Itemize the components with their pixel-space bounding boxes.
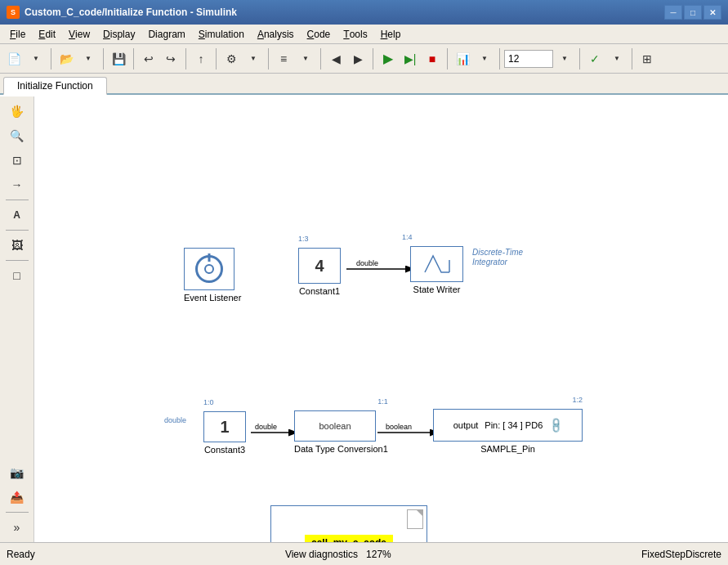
sidebar-image[interactable]: 🖼 [5, 234, 29, 257]
title-bar: S Custom_C_code/Initialize Function - Si… [0, 0, 728, 25]
canvas-connections: double double boolean [34, 96, 728, 542]
scope-dropdown[interactable]: ▼ [474, 48, 495, 70]
sample-pin-label: SAMPLE_Pin [433, 444, 583, 454]
scope-btn[interactable]: 📊 [452, 48, 473, 70]
view-btn1[interactable]: ≡ [273, 48, 294, 70]
state-writer-italic-label: Discrete-TimeIntegrator [472, 248, 546, 267]
sidebar-zoom-fit[interactable]: ⊡ [5, 149, 29, 172]
lib-dropdown[interactable]: ▼ [243, 48, 264, 70]
main-canvas[interactable]: double double boolean Event Listener 1:3… [34, 96, 728, 542]
minimize-button[interactable]: ─ [664, 5, 682, 20]
tab-bar: Initialize Function [0, 74, 728, 95]
toolbar: 📄 ▼ 📂 ▼ 💾 ↩ ↪ ↑ ⚙ ▼ ≡ ▼ ◀ ▶ ▶ ▶| ■ 📊 ▼ 1… [0, 44, 728, 74]
window-controls[interactable]: ─ □ ✕ [664, 5, 721, 20]
menu-code[interactable]: Code [301, 25, 337, 43]
zoom-level: 127% [366, 549, 391, 560]
window-title: Custom_C_code/Initialize Function - Simu… [25, 7, 237, 18]
data-type-conv-block[interactable]: 1:1 boolean Data Type Conversion1 [294, 410, 388, 454]
constant3-type-label: double [164, 416, 186, 424]
constant1-block[interactable]: 1:3 4 Constant1 [298, 248, 341, 296]
open-dropdown[interactable]: ▼ [78, 48, 99, 70]
menu-simulation[interactable]: Simulation [192, 25, 251, 43]
zoom-input[interactable]: 12 [504, 50, 553, 68]
sidebar-zoom-in[interactable]: 🔍 [5, 124, 29, 147]
constant1-port-label: 1:3 [298, 235, 309, 243]
event-listener-block[interactable]: Event Listener [184, 248, 241, 303]
sfunc-builder-block[interactable]: call_my_c_code S-Function Builder [270, 505, 427, 542]
check-dropdown[interactable]: ▼ [606, 48, 628, 70]
menu-help[interactable]: Help [374, 25, 408, 43]
link-icon: 🔗 [547, 416, 565, 434]
state-writer-label: State Writer [410, 285, 463, 294]
redo-button[interactable]: ↪ [160, 48, 181, 70]
constant1-label: Constant1 [298, 286, 341, 296]
diagnostics-label: View diagnostics [285, 549, 358, 560]
undo-button[interactable]: ↩ [138, 48, 159, 70]
constant1-value: 4 [315, 257, 324, 276]
dtc-label: Data Type Conversion1 [294, 444, 388, 454]
save-button[interactable]: 💾 [108, 48, 129, 70]
menu-edit[interactable]: Edit [32, 25, 62, 43]
status-ready: Ready [7, 549, 35, 560]
extra-btn[interactable]: ⊞ [636, 48, 658, 70]
dtc-port-label: 1:1 [377, 397, 388, 406]
zoom-value: 12 [508, 53, 519, 65]
sample-pin-pin: Pin: [ 34 ] PD6 [485, 420, 543, 430]
step-btn[interactable]: ▶| [400, 48, 421, 70]
sidebar-camera[interactable]: 📷 [5, 461, 29, 484]
event-listener-label: Event Listener [184, 293, 241, 303]
constant3-label: Constant3 [203, 445, 246, 455]
lib-browser[interactable]: ⚙ [221, 48, 242, 70]
menu-bar: File Edit View Display Diagram Simulatio… [0, 25, 728, 44]
maximize-button[interactable]: □ [684, 5, 702, 20]
up-button[interactable]: ↑ [190, 48, 212, 70]
app-icon: S [7, 6, 20, 19]
constant3-value: 1 [220, 418, 229, 437]
menu-diagram[interactable]: Diagram [141, 25, 191, 43]
status-diagnostics[interactable]: View diagnostics 127% [42, 549, 635, 560]
tab-label: Initialize Function [17, 80, 93, 92]
status-solver: FixedStepDiscrete [641, 549, 721, 560]
state-writer-port: 1:4 [402, 233, 413, 241]
close-button[interactable]: ✕ [703, 5, 721, 20]
check-btn[interactable]: ✓ [584, 48, 605, 70]
zoom-dropdown[interactable]: ▼ [554, 48, 575, 70]
sidebar-arrow-right[interactable]: → [5, 173, 29, 196]
left-sidebar: 🖐 🔍 ⊡ → A 🖼 □ 📷 📤 » [0, 96, 34, 542]
svg-text:boolean: boolean [386, 423, 412, 431]
sidebar-expand[interactable]: » [5, 516, 29, 539]
sidebar-text[interactable]: A [5, 204, 29, 226]
sidebar-export[interactable]: 📤 [5, 486, 29, 509]
svg-text:double: double [255, 423, 277, 431]
run-btn[interactable]: ▶ [377, 48, 399, 70]
sample-pin-block[interactable]: 1:2 output Pin: [ 34 ] PD6 🔗 SAMPLE_Pin [433, 409, 583, 454]
menu-tools[interactable]: Tools [337, 25, 373, 43]
new-dropdown[interactable]: ▼ [25, 48, 47, 70]
menu-analysis[interactable]: Analysis [251, 25, 301, 43]
sidebar-box[interactable]: □ [5, 264, 29, 287]
svg-text:double: double [356, 259, 378, 267]
sample-pin-output: output [453, 420, 479, 430]
nav-fwd[interactable]: ▶ [347, 48, 368, 70]
open-button[interactable]: 📂 [56, 48, 77, 70]
menu-view[interactable]: View [62, 25, 96, 43]
nav-back[interactable]: ◀ [325, 48, 346, 70]
constant3-block[interactable]: 1:0 double 1 Constant3 [203, 411, 246, 455]
sfunc-name: call_my_c_code [305, 535, 393, 542]
sidebar-hand-tool[interactable]: 🖐 [5, 100, 29, 123]
status-bar: Ready View diagnostics 127% FixedStepDis… [0, 542, 728, 565]
state-writer-block[interactable]: 1:4 Discrete-TimeIntegrator State Writer [410, 246, 463, 294]
new-button[interactable]: 📄 [3, 48, 25, 70]
menu-display[interactable]: Display [96, 25, 141, 43]
constant3-port-label: 1:0 [203, 398, 214, 406]
view-dropdown1[interactable]: ▼ [295, 48, 316, 70]
stop-btn[interactable]: ■ [422, 48, 443, 70]
menu-file[interactable]: File [3, 25, 32, 43]
tab-initialize-function[interactable]: Initialize Function [3, 77, 107, 95]
sample-pin-port: 1:2 [572, 396, 583, 404]
